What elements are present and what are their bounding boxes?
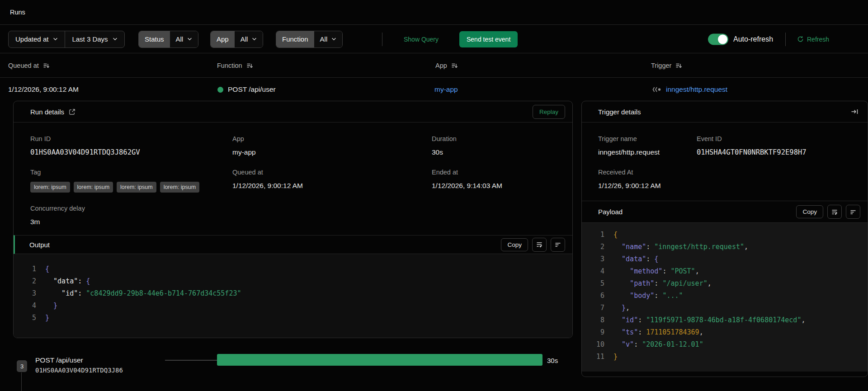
payload-title: Payload <box>598 208 623 216</box>
run-function-cell: POST /api/user <box>217 85 276 94</box>
runs-table-header: Queued at Function App Trigger <box>0 54 868 78</box>
output-section-header: Output Copy <box>14 235 572 254</box>
wrap-text-icon[interactable] <box>827 205 842 219</box>
tag-chip: lorem: ipsum <box>117 182 156 193</box>
output-copy-button[interactable]: Copy <box>501 238 528 251</box>
auto-refresh-label: Auto-refresh <box>733 35 773 43</box>
field-event-id: Event ID 01HSHA4GT0FN0NRBKTF92E98H7 <box>697 135 868 156</box>
status-dot-completed <box>217 87 223 93</box>
run-details-title: Run details <box>30 108 64 116</box>
step-count-badge[interactable]: 3 <box>17 360 27 372</box>
refresh-label: Refresh <box>807 36 829 43</box>
status-filter-value: All <box>176 35 184 43</box>
timeline-step-id: 01HS0AA03V04D91RTDQ3J86 <box>35 367 123 374</box>
trigger-details-title: Trigger details <box>598 108 641 116</box>
tag-chips: lorem: ipsum lorem: ipsum lorem: ipsum l… <box>30 182 232 193</box>
align-left-icon[interactable] <box>846 205 860 219</box>
tag-chip: lorem: ipsum <box>30 182 70 193</box>
sort-icon <box>42 62 50 69</box>
function-filter[interactable]: Function All <box>276 31 343 48</box>
field-trigger-name: Trigger name inngest/http.request <box>598 135 697 156</box>
run-trigger-cell: inngest/http.request <box>652 85 727 94</box>
timeline-duration-bar[interactable] <box>217 354 542 366</box>
trigger-details-fields: Trigger name inngest/http.request Event … <box>582 122 868 201</box>
chevron-down-icon <box>252 38 257 41</box>
output-title: Output <box>29 241 50 249</box>
trigger-details-header: Trigger details <box>582 101 868 122</box>
run-details-panel: Run details Replay Run ID 01HS0AA03V04D9… <box>13 101 573 338</box>
status-filter-value-dropdown[interactable]: All <box>170 31 198 47</box>
tag-chip: lorem: ipsum <box>74 182 113 193</box>
chevron-down-icon <box>331 38 336 41</box>
run-app-link[interactable]: my-app <box>434 85 458 94</box>
payload-section-header: Payload Copy <box>582 201 868 223</box>
field-queued-at: Queued at 1/12/2026, 9:00:12 AM <box>232 169 432 193</box>
column-header-function[interactable]: Function <box>217 62 253 69</box>
sort-icon <box>451 62 458 69</box>
chevron-down-icon <box>53 38 58 41</box>
app-filter-value-dropdown[interactable]: All <box>235 31 263 47</box>
run-details-fields: Run ID 01HS0AA03V04D91RTDQ3J862GV App my… <box>14 122 572 235</box>
app-link[interactable]: my-app <box>232 148 432 156</box>
run-trigger-link[interactable]: inngest/http.request <box>666 85 727 94</box>
sort-icon <box>246 62 253 69</box>
status-filter-label: Status <box>139 31 170 47</box>
timeline-tree-line <box>21 372 22 391</box>
function-filter-label: Function <box>276 31 314 47</box>
run-row[interactable]: 1/12/2026, 9:00:12 AM POST /api/user my-… <box>0 78 868 101</box>
payload-copy-button[interactable]: Copy <box>796 205 823 218</box>
column-header-queued-at[interactable]: Queued at <box>8 62 50 69</box>
sort-time-filter-group: Updated at Last 3 Days <box>8 31 125 48</box>
run-timeline: 3 POST /api/user 01HS0AA03V04D91RTDQ3J86… <box>0 352 868 391</box>
replay-button[interactable]: Replay <box>533 105 565 119</box>
function-filter-value-dropdown[interactable]: All <box>314 31 343 47</box>
column-header-trigger[interactable]: Trigger <box>651 62 682 69</box>
filter-divider <box>382 33 382 46</box>
filter-bar: Updated at Last 3 Days Status All App Al… <box>0 25 868 53</box>
sort-icon <box>675 62 682 69</box>
page-title: Runs <box>10 9 25 16</box>
chevron-down-icon <box>113 38 118 41</box>
app-filter[interactable]: App All <box>210 31 263 48</box>
tag-chip: lorem: ipsum <box>160 182 200 193</box>
external-link-icon[interactable] <box>69 108 75 115</box>
payload-code: 1{2 "name": "inngest/http.request",3 "da… <box>582 223 868 372</box>
run-function-name: POST /api/user <box>228 85 276 94</box>
wrap-text-icon[interactable] <box>532 238 547 252</box>
run-queued-at: 1/12/2026, 9:00:12 AM <box>8 85 79 94</box>
status-filter[interactable]: Status All <box>138 31 198 48</box>
refresh-button[interactable]: Refresh <box>797 36 829 43</box>
show-query-button[interactable]: Show Query <box>404 36 439 43</box>
trigger-details-panel: Trigger details Trigger name inngest/htt… <box>581 101 868 377</box>
timeline-step-name: POST /api/user <box>35 356 83 364</box>
runs-page: Runs Updated at Last 3 Days Status All A… <box>0 0 868 391</box>
output-code: 1{2 "data": {3 "id": "c8429dd9-29b8-44e6… <box>14 254 572 338</box>
app-filter-label: App <box>211 31 235 47</box>
time-range-dropdown[interactable]: Last 3 Days <box>65 31 124 47</box>
field-run-id: Run ID 01HS0AA03V04D91RTDQ3J862GV <box>30 135 232 156</box>
collapse-panel-icon[interactable] <box>849 107 860 117</box>
send-test-event-button[interactable]: Send test event <box>459 31 518 47</box>
sort-field-dropdown[interactable]: Updated at <box>9 31 65 47</box>
run-details-header: Run details Replay <box>14 101 572 122</box>
event-trigger-icon <box>652 86 661 93</box>
field-concurrency-delay: Concurrency delay 3m <box>30 205 232 226</box>
sort-field-value: Updated at <box>15 35 48 43</box>
field-duration: Duration 30s <box>432 135 572 156</box>
app-filter-value: All <box>241 35 248 43</box>
auto-refresh-toggle[interactable] <box>708 33 728 45</box>
field-ended-at: Ended at 1/12/2026, 9:14:03 AM <box>432 169 572 193</box>
filter-divider <box>785 33 786 46</box>
top-bar: Runs <box>0 0 868 25</box>
refresh-icon <box>797 36 804 42</box>
timeline-duration-label: 30s <box>547 357 558 364</box>
chevron-down-icon <box>187 38 192 41</box>
column-header-app[interactable]: App <box>435 62 458 69</box>
function-filter-value: All <box>320 35 328 43</box>
field-app: App my-app <box>232 135 432 156</box>
field-tag: Tag lorem: ipsum lorem: ipsum lorem: ips… <box>30 169 232 193</box>
time-range-value: Last 3 Days <box>72 35 108 43</box>
align-left-icon[interactable] <box>551 238 565 252</box>
field-received-at: Received At 1/12/26, 9:00:12 AM <box>598 169 697 190</box>
toggle-knob <box>718 34 727 44</box>
